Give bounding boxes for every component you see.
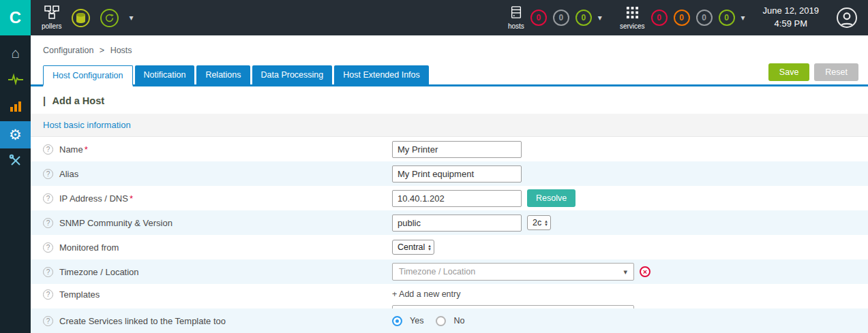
snmp-community-input[interactable] bbox=[392, 215, 522, 232]
help-icon[interactable]: ? bbox=[43, 144, 53, 155]
help-icon[interactable]: ? bbox=[43, 169, 53, 179]
row-ip-address: ? IP Address / DNS* Resolve bbox=[31, 186, 868, 210]
centreon-logo[interactable]: C bbox=[0, 0, 31, 35]
services-critical-badge[interactable]: 0 bbox=[651, 10, 668, 26]
no-label[interactable]: No bbox=[453, 316, 464, 326]
row-monitored-from: ? Monitored from Central ▴▾ bbox=[31, 235, 868, 259]
select-arrows-icon: ▴▾ bbox=[545, 219, 548, 226]
logo-letter: C bbox=[10, 8, 21, 27]
services-chevron-down-icon[interactable]: ▾ bbox=[741, 14, 745, 22]
name-input[interactable] bbox=[392, 141, 522, 158]
ip-label: IP Address / DNS* bbox=[59, 193, 133, 204]
tab-bar: Host Configuration Notification Relation… bbox=[31, 63, 868, 86]
row-alias: ? Alias bbox=[31, 161, 868, 186]
timezone-clear-icon[interactable]: × bbox=[640, 266, 650, 277]
wrench-icon bbox=[9, 154, 23, 170]
section-title: Host basic information bbox=[43, 120, 131, 130]
row-create-services: ? Create Services linked to the Template… bbox=[31, 308, 868, 333]
sidebar-item-reporting[interactable] bbox=[0, 94, 31, 121]
section-host-basic-information: Host basic information bbox=[31, 114, 868, 137]
form-actions: Save Reset bbox=[768, 63, 858, 81]
services-label: services bbox=[620, 22, 645, 30]
row-name: ? Name* bbox=[31, 137, 868, 161]
hosts-down-badge[interactable]: 0 bbox=[530, 10, 547, 26]
main-content: Configuration > Hosts Host Configuration… bbox=[31, 35, 868, 333]
help-icon[interactable]: ? bbox=[43, 267, 53, 277]
help-icon[interactable]: ? bbox=[43, 242, 53, 253]
alias-input[interactable] bbox=[392, 165, 522, 183]
hosts-label: hosts bbox=[508, 22, 524, 30]
title-bar-glyph: | bbox=[43, 95, 46, 106]
breadcrumb-configuration[interactable]: Configuration bbox=[43, 46, 93, 55]
tab-notification[interactable]: Notification bbox=[135, 65, 195, 84]
monitored-from-select[interactable]: Central ▴▾ bbox=[392, 240, 434, 255]
select-arrows-icon: ▴▾ bbox=[428, 244, 431, 251]
pollers-menu[interactable]: pollers bbox=[42, 5, 61, 30]
services-ok-badge[interactable]: 0 bbox=[719, 10, 735, 26]
user-profile-icon[interactable] bbox=[837, 7, 857, 28]
row-snmp: ? SNMP Community & Version 2c ▴▾ bbox=[31, 210, 868, 235]
topbar: C pollers ▾ bbox=[0, 0, 868, 35]
hosts-unreachable-badge[interactable]: 0 bbox=[553, 10, 569, 26]
required-asterisk: * bbox=[130, 193, 133, 204]
chart-icon bbox=[9, 100, 23, 116]
resolve-button[interactable]: Resolve bbox=[527, 189, 575, 207]
pollers-label: pollers bbox=[42, 22, 61, 30]
breadcrumb: Configuration > Hosts bbox=[31, 35, 868, 63]
timezone-select[interactable]: Timezone / Location ▾ bbox=[392, 263, 634, 281]
create-services-yes-radio[interactable] bbox=[392, 316, 402, 326]
timezone-placeholder: Timezone / Location bbox=[399, 267, 475, 276]
create-services-no-radio[interactable] bbox=[436, 316, 446, 326]
hosts-chevron-down-icon[interactable]: ▾ bbox=[598, 14, 602, 22]
current-time: 4:59 PM bbox=[763, 18, 819, 31]
timezone-label: Timezone / Location bbox=[59, 267, 139, 277]
row-templates: ? Templates A host can have multiple tem… bbox=[31, 284, 868, 308]
poller-chevron-down-icon[interactable]: ▾ bbox=[129, 14, 133, 22]
row-timezone: ? Timezone / Location Timezone / Locatio… bbox=[31, 259, 868, 284]
tab-host-configuration[interactable]: Host Configuration bbox=[43, 65, 133, 86]
tab-host-extended-infos[interactable]: Host Extended Infos bbox=[334, 65, 429, 84]
services-unknown-badge[interactable]: 0 bbox=[696, 10, 713, 26]
sidebar: ⌂ ⚙ bbox=[0, 35, 31, 333]
tab-data-processing[interactable]: Data Processing bbox=[252, 65, 333, 84]
database-status-icon[interactable] bbox=[72, 9, 90, 27]
yes-label[interactable]: Yes bbox=[410, 316, 423, 326]
services-menu[interactable]: services bbox=[620, 6, 645, 30]
breadcrumb-separator: > bbox=[100, 46, 104, 55]
poller-status-area: pollers ▾ bbox=[31, 0, 134, 35]
monitored-from-value: Central bbox=[398, 242, 425, 252]
snmp-version-select[interactable]: 2c ▴▾ bbox=[527, 215, 551, 230]
hosts-up-badge[interactable]: 0 bbox=[575, 10, 592, 26]
help-icon[interactable]: ? bbox=[43, 289, 53, 300]
add-template-link[interactable]: + Add a new entry bbox=[392, 289, 460, 299]
services-status-group: services 0 0 0 0 ▾ bbox=[620, 6, 745, 30]
gear-icon: ⚙ bbox=[9, 127, 22, 143]
templates-label: Templates bbox=[59, 289, 100, 300]
alias-label: Alias bbox=[59, 169, 78, 179]
breadcrumb-hosts[interactable]: Hosts bbox=[110, 46, 132, 55]
heartbeat-icon bbox=[8, 73, 24, 88]
save-button[interactable]: Save bbox=[768, 63, 810, 81]
sync-status-icon[interactable] bbox=[100, 9, 119, 27]
ip-input[interactable] bbox=[392, 190, 522, 207]
name-label: Name* bbox=[59, 144, 88, 155]
chevron-down-icon: ▾ bbox=[623, 268, 627, 276]
help-icon[interactable]: ? bbox=[43, 218, 53, 228]
required-asterisk: * bbox=[85, 144, 88, 155]
hosts-menu[interactable]: hosts bbox=[508, 5, 524, 30]
pollers-icon bbox=[44, 5, 60, 20]
clock: June 12, 2019 4:59 PM bbox=[763, 5, 819, 31]
topbar-right: hosts 0 0 0 ▾ services 0 0 0 0 bbox=[508, 0, 868, 35]
create-services-label: Create Services linked to the Template t… bbox=[59, 316, 226, 326]
services-warning-badge[interactable]: 0 bbox=[674, 10, 690, 26]
hosts-status-group: hosts 0 0 0 ▾ bbox=[508, 5, 602, 30]
help-icon[interactable]: ? bbox=[43, 193, 53, 204]
sidebar-item-administration[interactable] bbox=[0, 148, 31, 176]
reset-button[interactable]: Reset bbox=[814, 63, 858, 81]
sidebar-item-home[interactable]: ⌂ bbox=[0, 39, 31, 67]
sidebar-item-configuration[interactable]: ⚙ bbox=[0, 121, 31, 148]
sidebar-item-monitoring[interactable] bbox=[0, 67, 31, 94]
tab-relations[interactable]: Relations bbox=[196, 65, 250, 84]
help-icon[interactable]: ? bbox=[43, 316, 53, 326]
current-date: June 12, 2019 bbox=[763, 5, 819, 18]
